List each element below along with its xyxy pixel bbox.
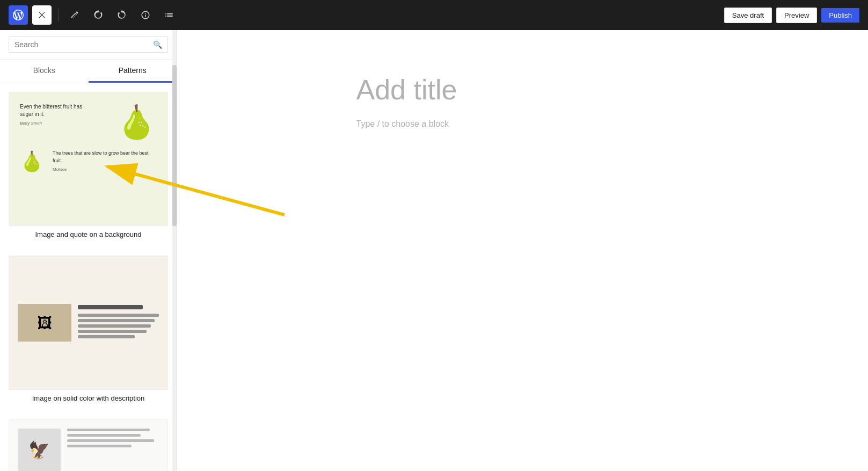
sidebar: 🔍 Blocks Patterns Even the bitterest fru… [0,30,177,471]
pattern-label-pear: Image and quote on a background [9,226,168,247]
scrollbar-track [172,30,177,471]
save-draft-button[interactable]: Save draft [724,8,772,23]
main-area: 🔍 Blocks Patterns Even the bitterest fru… [0,30,868,471]
editor-block-placeholder[interactable]: Type / to choose a block [356,119,689,129]
pattern-preview-third[interactable]: 🦅 [9,419,168,471]
pattern-label-solid: Image on solid color with description [9,390,168,411]
toolbar-separator [58,9,59,21]
search-box[interactable]: 🔍 [9,37,168,53]
tabs: Blocks Patterns [0,60,177,83]
scrollbar-thumb[interactable] [172,65,177,226]
close-button[interactable] [32,5,52,25]
solid-text-block [78,305,159,340]
redo-button[interactable] [112,5,132,25]
preview-button[interactable]: Preview [776,8,817,23]
wp-logo[interactable] [9,5,28,25]
toolbar: Save draft Preview Publish [0,0,868,30]
header-actions: Save draft Preview Publish [724,8,859,23]
search-icon: 🔍 [153,40,162,49]
editor-area[interactable]: Add title Type / to choose a block [177,30,868,471]
tab-blocks[interactable]: Blocks [0,60,89,83]
pattern-item-solid: 🖼 Image on solid color with description [0,247,177,411]
edit-button[interactable] [65,5,84,25]
editor-content: Add title Type / to choose a block [335,30,711,471]
pattern-item-third: 🦅 Type: An illustrated art [0,411,177,471]
pear-quote-bottom: The trees that are slow to grow bear the… [53,150,157,173]
search-area: 🔍 [0,30,177,60]
info-button[interactable] [136,5,155,25]
search-input[interactable] [14,40,149,49]
sidebar-scroll[interactable]: Even the bitterest fruit has sugar in it… [0,83,177,471]
editor-title[interactable]: Add title [356,73,689,106]
third-image-placeholder: 🦅 [18,429,61,471]
pattern-preview-pear[interactable]: Even the bitterest fruit has sugar in it… [9,92,168,226]
list-view-button[interactable] [159,5,179,25]
third-text-block [67,429,159,450]
pear-quote-top: Even the bitterest fruit has sugar in it… [20,103,84,126]
solid-image-placeholder: 🖼 [18,304,71,342]
pear-half-icon: 🍐 [20,150,44,173]
pear-icon: 🍐 [116,103,157,141]
tab-patterns[interactable]: Patterns [89,60,177,83]
pattern-preview-solid[interactable]: 🖼 [9,256,168,390]
pattern-item-pear: Even the bitterest fruit has sugar in it… [0,83,177,247]
publish-button[interactable]: Publish [821,8,859,23]
undo-button[interactable] [89,5,108,25]
